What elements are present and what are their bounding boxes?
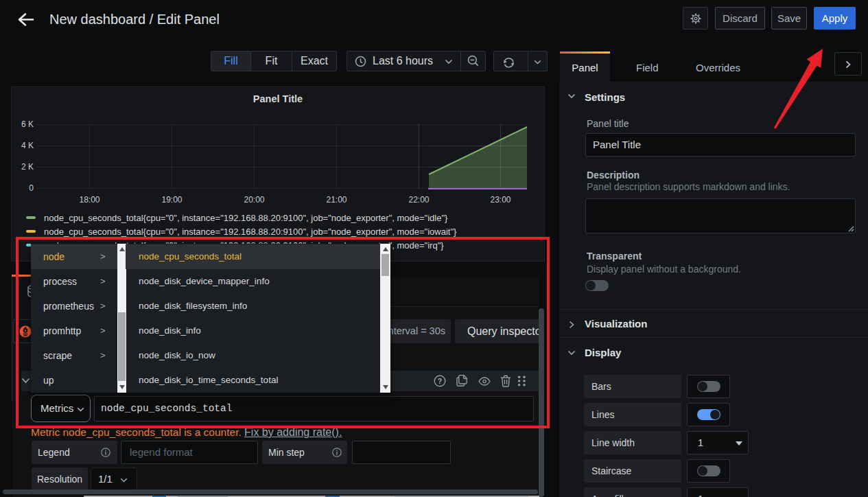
svg-text:2 K: 2 K xyxy=(21,162,34,172)
svg-text:21:00: 21:00 xyxy=(326,195,347,205)
svg-text:20:00: 20:00 xyxy=(244,195,264,205)
svg-text:23:00: 23:00 xyxy=(490,195,511,205)
svg-text:6 K: 6 K xyxy=(21,119,34,129)
svg-text:22:00: 22:00 xyxy=(408,195,429,205)
svg-text:4 K: 4 K xyxy=(21,141,34,150)
svg-text:0: 0 xyxy=(29,183,34,193)
svg-text:18:00: 18:00 xyxy=(79,195,99,205)
svg-text:19:00: 19:00 xyxy=(161,195,182,205)
